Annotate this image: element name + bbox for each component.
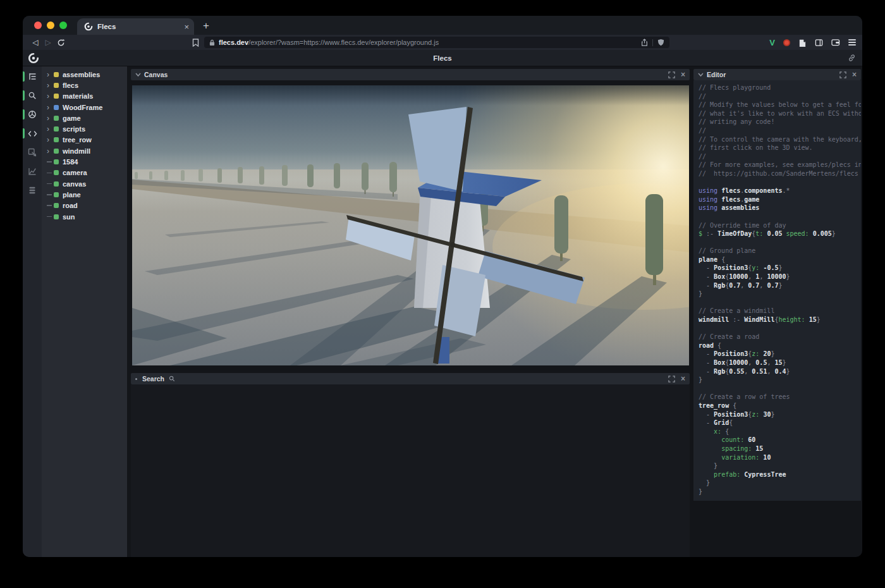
minimize-window-button[interactable] (47, 21, 54, 29)
browser-window: Flecs × + ◁ ▷ flecs.dev/explorer/?wasm=h… (23, 16, 862, 557)
code-line: } (699, 479, 861, 487)
code-line: windmill :- WindMill{height: 15} (699, 315, 861, 324)
canvas-3d-icon[interactable] (23, 107, 42, 121)
code-line: $ :- TimeOfDay{t: 0.05 speed: 0.005} (699, 230, 861, 238)
code-line: spacing: 15 (699, 444, 861, 453)
app-header: Flecs (23, 50, 862, 66)
code-script-icon[interactable] (23, 126, 42, 140)
close-window-button[interactable] (34, 21, 42, 29)
tree-item-label: sun (63, 213, 75, 221)
canvas-3d-scene[interactable] (132, 85, 689, 365)
tree-item-plane[interactable]: plane (42, 189, 127, 200)
sidebar-icon[interactable] (815, 39, 823, 47)
wallet-icon[interactable] (831, 39, 840, 46)
url-domain: flecs.dev (219, 39, 248, 46)
fullscreen-icon[interactable] (668, 376, 675, 383)
data-tables-icon[interactable] (23, 183, 42, 197)
expand-arrow-icon[interactable]: › (47, 125, 54, 133)
close-icon[interactable]: × (681, 375, 685, 383)
tab-flecs[interactable]: Flecs × (77, 18, 194, 35)
tree-item-camera[interactable]: camera (42, 168, 127, 178)
shield-icon[interactable] (657, 39, 664, 46)
tree-item-1584[interactable]: 1584 (42, 156, 127, 167)
search-panel-actions: × (668, 375, 685, 383)
search-panel-body[interactable] (131, 384, 690, 557)
panel-bullet-icon (135, 378, 137, 380)
menu-icon[interactable] (848, 39, 856, 46)
expand-arrow-icon[interactable]: › (47, 136, 54, 144)
tree-item-canvas[interactable]: canvas (42, 178, 127, 189)
tree-item-sun[interactable]: sun (42, 211, 127, 222)
tree-item-road[interactable]: road (42, 200, 127, 211)
tree-item-game[interactable]: ›game (42, 113, 127, 123)
extensions-puzzle-icon[interactable] (798, 39, 807, 47)
code-line: using assemblies (699, 204, 861, 212)
code-line: - Box{10000, 1, 10000} (699, 273, 861, 281)
leaf-dash-icon (47, 216, 54, 217)
permalink-icon[interactable] (848, 54, 856, 62)
red-extension-icon[interactable] (783, 39, 790, 46)
tab-close-icon[interactable]: × (184, 23, 189, 31)
inspector-icon[interactable] (23, 145, 42, 159)
entity-color-swatch (54, 72, 59, 77)
fullscreen-icon[interactable] (668, 71, 675, 78)
forward-button[interactable]: ▷ (42, 38, 54, 47)
close-icon[interactable]: × (681, 71, 685, 78)
bookmark-icon[interactable] (192, 39, 199, 47)
traffic-lights (23, 21, 77, 35)
code-line: - Position3{z: 30} (699, 410, 861, 419)
back-button[interactable]: ◁ (29, 38, 42, 47)
search-queries-icon[interactable] (23, 89, 42, 102)
tree-outliner-icon[interactable] (23, 70, 42, 83)
expand-arrow-icon[interactable]: › (47, 147, 54, 155)
tree-item-flecs[interactable]: ›flecs (42, 80, 127, 90)
search-panel-title: Search (142, 375, 164, 383)
expand-arrow-icon[interactable]: › (47, 71, 54, 78)
tree-item-windmill[interactable]: ›windmill (42, 145, 127, 156)
zoom-window-button[interactable] (59, 21, 67, 29)
vue-devtools-icon[interactable]: V (769, 38, 775, 47)
code-line: - Rgb{0.7, 0.7, 0.7} (699, 281, 861, 290)
tree-item-WoodFrame[interactable]: ›WoodFrame (42, 102, 127, 113)
extension-icons: V (769, 38, 856, 47)
expand-arrow-icon[interactable]: › (47, 82, 54, 89)
tree-item-label: road (63, 202, 78, 209)
stats-chart-icon[interactable] (23, 164, 42, 178)
editor-panel-actions: × (839, 71, 857, 78)
code-line: - Box{10000, 0.5, 15} (699, 358, 861, 367)
tree-item-assemblies[interactable]: ›assemblies (42, 69, 127, 80)
code-editor[interactable]: // Flecs playground//// Modify the value… (693, 80, 861, 501)
code-line: } (699, 290, 861, 298)
close-icon[interactable]: × (852, 71, 857, 78)
address-bar[interactable]: flecs.dev/explorer/?wasm=https://www.fle… (204, 37, 669, 48)
fullscreen-icon[interactable] (839, 71, 846, 78)
search-panel-header[interactable]: Search × (131, 373, 690, 384)
leaf-dash-icon (47, 205, 54, 206)
reload-icon (57, 39, 65, 47)
code-line: plane { (699, 255, 861, 264)
leaf-dash-icon (47, 183, 54, 185)
entity-color-swatch (54, 116, 59, 121)
expand-arrow-icon[interactable]: › (47, 92, 54, 100)
flecs-favicon-icon (84, 22, 93, 31)
canvas-panel-header[interactable]: Canvas × (131, 69, 690, 80)
tree-item-tree_row[interactable]: ›tree_row (42, 135, 127, 145)
tree-item-scripts[interactable]: ›scripts (42, 123, 127, 134)
leaf-dash-icon (47, 194, 54, 195)
code-line: // Create a windmill (699, 307, 861, 315)
tree-item-label: plane (63, 191, 81, 199)
editor-panel-header[interactable]: Editor × (693, 69, 861, 80)
reload-button[interactable] (54, 39, 67, 47)
tree-item-materials[interactable]: ›materials (42, 91, 127, 102)
expand-arrow-icon[interactable]: › (47, 104, 54, 111)
new-tab-button[interactable]: + (203, 20, 209, 32)
chevron-down-icon[interactable] (698, 72, 704, 77)
tree-item-label: windmill (63, 147, 90, 155)
left-icon-bar (23, 66, 42, 557)
code-line: } (699, 376, 861, 384)
expand-arrow-icon[interactable]: › (47, 114, 54, 122)
share-icon[interactable] (641, 39, 648, 46)
chevron-down-icon[interactable] (135, 72, 141, 77)
code-line: // Ground plane (699, 247, 861, 255)
canvas-panel: Canvas × (131, 69, 690, 365)
